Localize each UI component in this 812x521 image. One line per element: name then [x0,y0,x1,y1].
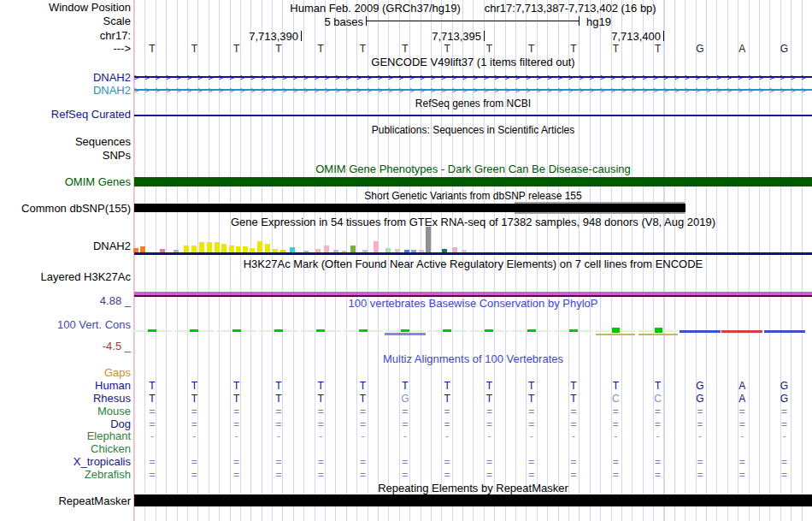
left-label-zebrafish[interactable]: Zebrafish [0,469,131,481]
multiz-cell-human[interactable]: T [480,380,497,392]
multiz-cell-mouse[interactable]: = [397,406,414,417]
multiz-cell-mouse[interactable]: = [438,406,456,417]
cons-negative-blue[interactable] [385,333,426,335]
multiz-cell-elephant[interactable]: - [650,430,667,442]
multiz-cell-zebrafish[interactable]: = [438,469,456,481]
multiz-cell-rhesus[interactable]: G [397,393,414,405]
multiz-cell-x-tropicalis[interactable]: = [270,456,287,468]
gtex-tissue-bar[interactable] [324,246,329,252]
ruler-label[interactable]: 7,713,390 [206,30,298,43]
gencode-transcript-row[interactable]: >>>>>>>>>>>>>>>>>>>>>>>>>>>>>>>>>>>>>>>>… [134,72,812,83]
multiz-cell-rhesus[interactable]: T [185,393,203,405]
gtex-tissue-bar[interactable] [221,244,227,252]
multiz-cell-dog[interactable]: = [607,418,624,430]
cons-green-dash[interactable] [274,329,283,332]
left-label-repeatmasker[interactable]: RepeatMasker [0,495,131,507]
gtex-tissue-bar[interactable] [374,241,379,252]
dbsnp-black-bar[interactable] [134,204,685,212]
multiz-cell-x-tropicalis[interactable]: = [565,456,582,468]
cons-green-dash[interactable] [359,329,368,332]
multiz-cell-rhesus[interactable]: T [312,393,329,405]
multiz-cell-elephant[interactable]: - [565,430,582,442]
multiz-cell-zebrafish[interactable]: = [397,469,414,481]
multiz-cell-dog[interactable]: = [650,418,667,430]
multiz-cell-x-tropicalis[interactable]: = [438,456,456,468]
multiz-cell-dog[interactable]: = [144,418,161,430]
multiz-cell-human[interactable]: T [607,380,624,392]
multiz-cell-rhesus[interactable]: T [438,393,456,405]
multiz-cell-human[interactable]: T [312,380,329,392]
multiz-cell-elephant[interactable]: - [776,430,793,442]
multiz-cell-rhesus[interactable]: T [565,393,582,405]
multiz-cell-mouse[interactable]: = [312,406,329,417]
multiz-cell-dog[interactable]: = [185,418,203,430]
multiz-cell-human[interactable]: T [270,380,287,392]
multiz-cell-mouse[interactable]: = [144,406,161,417]
gtex-tissue-bar[interactable] [243,246,248,252]
left-label-vert-cons[interactable]: 100 Vert. Cons [0,319,131,331]
gtex-baseline[interactable] [134,252,812,255]
multiz-cell-x-tropicalis[interactable]: = [480,456,497,468]
multiz-cell-x-tropicalis[interactable]: = [650,456,667,468]
multiz-cell-dog[interactable]: = [776,418,793,430]
multiz-cell-mouse[interactable]: = [480,406,497,417]
base-letter[interactable]: T [565,43,582,55]
multiz-cell-rhesus[interactable]: T [144,393,161,405]
ruler-label[interactable]: 7,713,395 [389,30,481,43]
base-letter[interactable]: T [438,43,456,55]
gtex-tissue-bar[interactable] [236,246,241,252]
cons-green-dash[interactable] [569,329,578,332]
multiz-cell-x-tropicalis[interactable]: = [185,456,203,468]
multiz-cell-elephant[interactable]: - [607,430,624,442]
gtex-tissue-bar[interactable] [426,227,431,252]
multiz-cell-rhesus[interactable]: C [607,393,624,405]
left-label-gaps[interactable]: Gaps [0,367,131,379]
multiz-cell-rhesus[interactable]: T [270,393,287,405]
gtex-tissue-bar[interactable] [350,246,356,252]
cons-green-dash[interactable] [443,329,451,332]
multiz-cell-x-tropicalis[interactable]: = [776,456,793,468]
multiz-cell-x-tropicalis[interactable]: = [228,456,245,468]
cons-green-dash[interactable] [316,329,325,332]
left-label-chicken[interactable]: Chicken [0,443,131,455]
base-letter[interactable]: T [185,43,203,55]
cons-tan-line[interactable] [638,334,678,335]
multiz-cell-dog[interactable]: = [355,418,372,430]
multiz-cell-mouse[interactable]: = [565,406,582,417]
gtex-tissue-bar[interactable] [191,246,197,252]
multiz-cell-x-tropicalis[interactable]: = [397,456,414,468]
multiz-cell-elephant[interactable]: - [228,430,245,442]
left-label-gtex-dnah2[interactable]: DNAH2 [0,240,131,252]
multiz-cell-dog[interactable]: = [523,418,540,430]
cons-red-line[interactable] [721,330,762,333]
gtex-tissue-bar[interactable] [207,242,212,252]
multiz-cell-dog[interactable]: = [270,418,287,430]
ruler-label[interactable]: 7,713,400 [568,30,661,43]
multiz-cell-x-tropicalis[interactable]: = [312,456,329,468]
multiz-cell-x-tropicalis[interactable]: = [144,456,161,468]
left-label-gencode-dnah2-2[interactable]: DNAH2 [0,85,131,97]
cons-blue-line[interactable] [764,330,805,333]
multiz-cell-rhesus[interactable]: T [355,393,372,405]
cons-green-dash[interactable] [190,329,198,332]
left-label-mouse[interactable]: Mouse [0,406,131,417]
multiz-cell-mouse[interactable]: = [650,406,667,417]
multiz-cell-human[interactable]: T [144,380,161,392]
multiz-cell-zebrafish[interactable]: = [144,469,161,481]
left-label-omim-genes[interactable]: OMIM Genes [0,176,131,188]
multiz-cell-mouse[interactable]: = [776,406,793,417]
multiz-cell-zebrafish[interactable]: = [270,469,287,481]
multiz-cell-elephant[interactable]: - [523,430,540,442]
multiz-cell-mouse[interactable]: = [228,406,245,417]
base-letter[interactable]: T [355,43,372,55]
base-letter[interactable]: T [228,43,245,55]
multiz-cell-zebrafish[interactable]: = [776,469,793,481]
multiz-cell-mouse[interactable]: = [691,406,709,417]
multiz-cell-mouse[interactable]: = [355,406,372,417]
left-label-rhesus[interactable]: Rhesus [0,393,131,405]
base-letter[interactable]: G [691,43,709,55]
multiz-cell-dog[interactable]: = [228,418,245,430]
multiz-cell-zebrafish[interactable]: = [650,469,667,481]
cons-green-dash[interactable] [527,329,536,332]
multiz-cell-elephant[interactable]: - [397,430,414,442]
